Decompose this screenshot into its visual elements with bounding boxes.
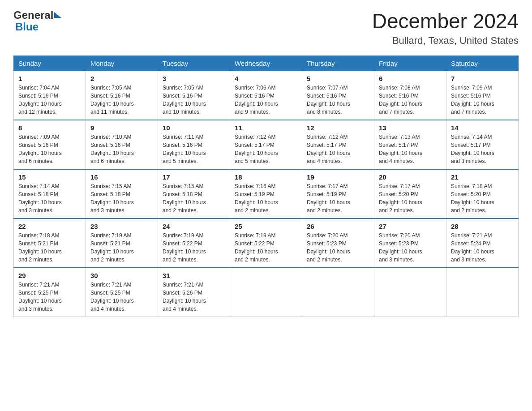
day-number: 20	[379, 173, 442, 181]
col-thursday: Thursday	[302, 56, 374, 71]
day-number: 31	[163, 272, 225, 279]
calendar-week-5: 29 Sunrise: 7:21 AMSunset: 5:25 PMDaylig…	[14, 268, 519, 317]
day-number: 3	[163, 75, 225, 82]
logo-arrow-icon	[54, 12, 61, 18]
day-info: Sunrise: 7:18 AMSunset: 5:21 PMDaylight:…	[18, 232, 62, 263]
calendar-cell: 21 Sunrise: 7:18 AMSunset: 5:20 PMDaylig…	[446, 169, 519, 218]
day-number: 15	[18, 173, 81, 181]
day-number: 24	[163, 223, 225, 230]
day-number: 19	[307, 173, 369, 181]
calendar-week-1: 1 Sunrise: 7:04 AMSunset: 5:16 PMDayligh…	[14, 71, 519, 120]
day-number: 8	[18, 124, 81, 132]
day-info: Sunrise: 7:19 AMSunset: 5:21 PMDaylight:…	[90, 232, 134, 263]
day-info: Sunrise: 7:13 AMSunset: 5:17 PMDaylight:…	[379, 134, 422, 164]
day-number: 16	[90, 173, 153, 181]
col-sunday: Sunday	[14, 56, 86, 71]
day-info: Sunrise: 7:05 AMSunset: 5:16 PMDaylight:…	[163, 85, 206, 115]
day-number: 26	[307, 223, 369, 230]
day-number: 18	[235, 173, 297, 181]
day-info: Sunrise: 7:09 AMSunset: 5:16 PMDaylight:…	[451, 85, 494, 115]
calendar-cell: 17 Sunrise: 7:15 AMSunset: 5:18 PMDaylig…	[158, 169, 230, 218]
calendar-cell: 20 Sunrise: 7:17 AMSunset: 5:20 PMDaylig…	[374, 169, 446, 218]
calendar-cell: 13 Sunrise: 7:13 AMSunset: 5:17 PMDaylig…	[374, 120, 446, 169]
calendar-cell: 2 Sunrise: 7:05 AMSunset: 5:16 PMDayligh…	[86, 71, 158, 120]
calendar-cell: 23 Sunrise: 7:19 AMSunset: 5:21 PMDaylig…	[86, 218, 158, 268]
day-number: 29	[18, 272, 81, 279]
calendar-cell: 4 Sunrise: 7:06 AMSunset: 5:16 PMDayligh…	[230, 71, 302, 120]
calendar-subtitle: Bullard, Texas, United States	[372, 35, 519, 47]
calendar-cell: 5 Sunrise: 7:07 AMSunset: 5:16 PMDayligh…	[302, 71, 374, 120]
calendar-cell: 22 Sunrise: 7:18 AMSunset: 5:21 PMDaylig…	[14, 218, 86, 268]
day-info: Sunrise: 7:21 AMSunset: 5:25 PMDaylight:…	[18, 282, 62, 312]
day-info: Sunrise: 7:07 AMSunset: 5:16 PMDaylight:…	[307, 85, 350, 115]
day-number: 28	[451, 223, 514, 230]
day-info: Sunrise: 7:09 AMSunset: 5:16 PMDaylight:…	[18, 134, 62, 164]
calendar-cell: 1 Sunrise: 7:04 AMSunset: 5:16 PMDayligh…	[14, 71, 86, 120]
col-tuesday: Tuesday	[158, 56, 230, 71]
calendar-cell: 30 Sunrise: 7:21 AMSunset: 5:25 PMDaylig…	[86, 268, 158, 317]
col-wednesday: Wednesday	[230, 56, 302, 71]
day-info: Sunrise: 7:12 AMSunset: 5:17 PMDaylight:…	[307, 134, 350, 164]
calendar-cell: 6 Sunrise: 7:08 AMSunset: 5:16 PMDayligh…	[374, 71, 446, 120]
calendar-cell: 3 Sunrise: 7:05 AMSunset: 5:16 PMDayligh…	[158, 71, 230, 120]
day-info: Sunrise: 7:17 AMSunset: 5:19 PMDaylight:…	[307, 183, 350, 214]
calendar-cell: 10 Sunrise: 7:11 AMSunset: 5:16 PMDaylig…	[158, 120, 230, 169]
day-info: Sunrise: 7:12 AMSunset: 5:17 PMDaylight:…	[235, 134, 278, 164]
day-info: Sunrise: 7:05 AMSunset: 5:16 PMDaylight:…	[90, 85, 134, 115]
calendar-cell: 9 Sunrise: 7:10 AMSunset: 5:16 PMDayligh…	[86, 120, 158, 169]
day-number: 2	[90, 75, 153, 82]
calendar-week-3: 15 Sunrise: 7:14 AMSunset: 5:18 PMDaylig…	[14, 169, 519, 218]
calendar-cell	[230, 268, 302, 317]
day-number: 21	[451, 173, 514, 181]
calendar-cell	[446, 268, 519, 317]
calendar-cell: 24 Sunrise: 7:19 AMSunset: 5:22 PMDaylig…	[158, 218, 230, 268]
calendar-cell: 7 Sunrise: 7:09 AMSunset: 5:16 PMDayligh…	[446, 71, 519, 120]
logo-blue-text: Blue	[15, 21, 39, 33]
calendar-cell: 11 Sunrise: 7:12 AMSunset: 5:17 PMDaylig…	[230, 120, 302, 169]
logo: General Blue	[13, 9, 61, 33]
day-info: Sunrise: 7:08 AMSunset: 5:16 PMDaylight:…	[379, 85, 422, 115]
calendar-cell	[302, 268, 374, 317]
calendar-cell: 27 Sunrise: 7:20 AMSunset: 5:23 PMDaylig…	[374, 218, 446, 268]
day-number: 4	[235, 75, 297, 82]
day-info: Sunrise: 7:19 AMSunset: 5:22 PMDaylight:…	[235, 232, 278, 263]
day-info: Sunrise: 7:20 AMSunset: 5:23 PMDaylight:…	[379, 232, 422, 263]
day-info: Sunrise: 7:21 AMSunset: 5:26 PMDaylight:…	[163, 282, 206, 312]
calendar-header-row: Sunday Monday Tuesday Wednesday Thursday…	[14, 56, 519, 71]
day-number: 17	[163, 173, 225, 181]
day-number: 9	[90, 124, 153, 132]
day-info: Sunrise: 7:20 AMSunset: 5:23 PMDaylight:…	[307, 232, 350, 263]
day-number: 25	[235, 223, 297, 230]
calendar-cell: 28 Sunrise: 7:21 AMSunset: 5:24 PMDaylig…	[446, 218, 519, 268]
calendar-cell: 16 Sunrise: 7:15 AMSunset: 5:18 PMDaylig…	[86, 169, 158, 218]
day-info: Sunrise: 7:14 AMSunset: 5:18 PMDaylight:…	[18, 183, 62, 214]
calendar-cell: 8 Sunrise: 7:09 AMSunset: 5:16 PMDayligh…	[14, 120, 86, 169]
col-friday: Friday	[374, 56, 446, 71]
calendar-cell: 18 Sunrise: 7:16 AMSunset: 5:19 PMDaylig…	[230, 169, 302, 218]
page-header: General Blue December 2024 Bullard, Texa…	[13, 9, 519, 47]
day-number: 27	[379, 223, 442, 230]
calendar-cell	[374, 268, 446, 317]
day-number: 5	[307, 75, 369, 82]
day-info: Sunrise: 7:04 AMSunset: 5:16 PMDaylight:…	[18, 85, 62, 115]
day-info: Sunrise: 7:11 AMSunset: 5:16 PMDaylight:…	[163, 134, 206, 164]
day-number: 11	[235, 124, 297, 132]
calendar-week-2: 8 Sunrise: 7:09 AMSunset: 5:16 PMDayligh…	[14, 120, 519, 169]
day-info: Sunrise: 7:18 AMSunset: 5:20 PMDaylight:…	[451, 183, 494, 214]
calendar-week-4: 22 Sunrise: 7:18 AMSunset: 5:21 PMDaylig…	[14, 218, 519, 268]
calendar-cell: 26 Sunrise: 7:20 AMSunset: 5:23 PMDaylig…	[302, 218, 374, 268]
day-number: 6	[379, 75, 442, 82]
day-info: Sunrise: 7:17 AMSunset: 5:20 PMDaylight:…	[379, 183, 422, 214]
day-number: 30	[90, 272, 153, 279]
day-info: Sunrise: 7:06 AMSunset: 5:16 PMDaylight:…	[235, 85, 278, 115]
day-info: Sunrise: 7:15 AMSunset: 5:18 PMDaylight:…	[90, 183, 134, 214]
day-info: Sunrise: 7:10 AMSunset: 5:16 PMDaylight:…	[90, 134, 134, 164]
calendar-cell: 25 Sunrise: 7:19 AMSunset: 5:22 PMDaylig…	[230, 218, 302, 268]
calendar-cell: 31 Sunrise: 7:21 AMSunset: 5:26 PMDaylig…	[158, 268, 230, 317]
calendar-cell: 14 Sunrise: 7:14 AMSunset: 5:17 PMDaylig…	[446, 120, 519, 169]
day-info: Sunrise: 7:21 AMSunset: 5:25 PMDaylight:…	[90, 282, 134, 312]
day-number: 14	[451, 124, 514, 132]
day-number: 1	[18, 75, 81, 82]
col-saturday: Saturday	[446, 56, 519, 71]
logo-general-text: General	[13, 9, 53, 21]
